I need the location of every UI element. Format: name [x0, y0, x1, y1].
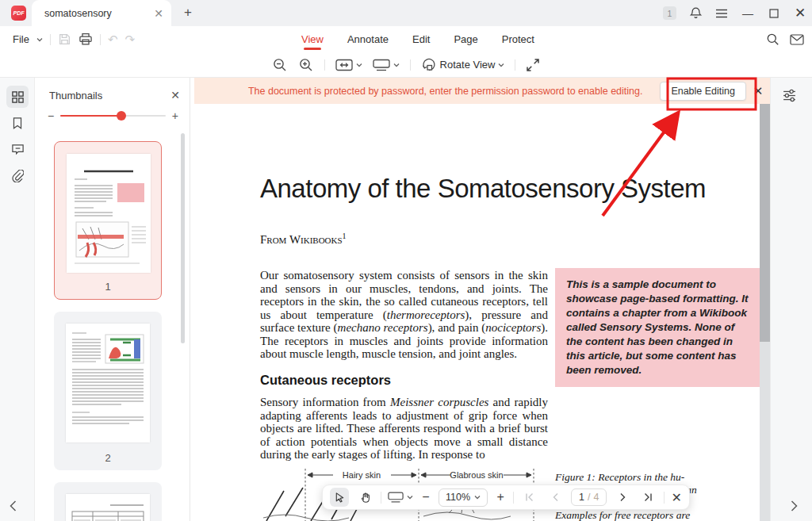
divider — [410, 59, 411, 71]
page-1-thumbnail-preview — [67, 154, 151, 273]
page-2-thumbnail[interactable]: 2 — [54, 312, 162, 470]
toolbar-close-icon[interactable]: ✕ — [671, 490, 681, 505]
document-scrollbar[interactable] — [760, 78, 770, 521]
page-2-number: 2 — [54, 452, 162, 464]
window-maximize-button[interactable] — [767, 6, 781, 21]
password-protection-banner: The document is protected by password, e… — [194, 78, 770, 104]
print-icon[interactable] — [79, 33, 93, 46]
panel-close-icon[interactable]: ✕ — [170, 89, 180, 102]
zoom-out-icon[interactable] — [272, 57, 288, 73]
menu-tab-edit[interactable]: Edit — [411, 27, 431, 52]
page-3-thumbnail-preview — [66, 494, 150, 521]
window-minimize-button[interactable]: — — [741, 6, 755, 21]
redo-icon[interactable]: ↷ — [125, 33, 136, 47]
divider — [100, 34, 101, 45]
byline-footnote-marker: 1 — [343, 232, 347, 240]
file-menu[interactable]: File — [13, 33, 29, 45]
zoom-in-plus-button[interactable]: + — [494, 491, 507, 504]
divider — [324, 59, 325, 71]
panel-scrollbar[interactable] — [181, 133, 185, 343]
byline-text: From Wikibooks — [260, 233, 343, 246]
pdf-app-window: PDF somatosensory ✕ + 1 — ✕ File — [0, 0, 812, 521]
divider — [513, 492, 514, 504]
expand-panel-chevron-right-icon[interactable] — [791, 500, 798, 515]
collapse-sidebar-chevron-left-icon[interactable] — [10, 500, 17, 515]
page-number-input[interactable]: 1 / 4 — [571, 488, 607, 506]
undo-icon[interactable]: ↶ — [108, 33, 118, 47]
page-1-number: 1 — [55, 281, 161, 293]
page-2-thumbnail-preview — [66, 324, 150, 442]
file-menu-chevron-down-icon[interactable] — [36, 37, 43, 42]
zoom-in-icon[interactable] — [298, 57, 314, 73]
enable-editing-button[interactable]: Enable Editing — [660, 82, 746, 101]
rotate-view-label: Rotate View — [440, 59, 496, 71]
menu-tab-view[interactable]: View — [300, 27, 325, 52]
tab-close-icon[interactable]: ✕ — [154, 7, 163, 20]
save-icon[interactable] — [58, 33, 71, 46]
thumbnail-size-slider: − + — [48, 109, 178, 122]
chevron-down-icon — [393, 63, 400, 67]
chevron-down-icon — [474, 495, 481, 500]
rotate-view-dropdown[interactable]: Rotate View — [421, 57, 505, 72]
hand-tool-button[interactable] — [355, 488, 374, 507]
divider — [515, 59, 515, 71]
slider-fill — [60, 115, 121, 117]
figure-label-glabrous-skin: Glabrous skin — [450, 470, 503, 480]
reading-mode-dropdown[interactable] — [373, 59, 400, 71]
bookmarks-panel-icon[interactable] — [6, 112, 29, 134]
zoom-level-dropdown[interactable]: 110% — [439, 488, 488, 507]
zoom-out-minus-button[interactable]: − — [419, 491, 432, 504]
next-page-button[interactable] — [613, 488, 632, 507]
chevron-down-icon — [407, 495, 413, 500]
window-close-button[interactable]: ✕ — [793, 6, 807, 21]
reading-mode-dropdown-small[interactable] — [388, 492, 413, 503]
divider — [50, 34, 51, 45]
slider-minus-button[interactable]: − — [48, 110, 54, 121]
page-1-thumbnail[interactable]: 1 — [54, 141, 162, 300]
main-menu-hamburger-icon[interactable] — [714, 6, 729, 21]
search-icon[interactable] — [766, 33, 779, 46]
paragraph-1: Our somatosensory system consists of sen… — [260, 269, 548, 361]
fullscreen-icon[interactable] — [526, 58, 540, 72]
page-separator: / — [588, 492, 590, 503]
previous-page-button[interactable] — [546, 488, 565, 507]
right-icon-rail — [770, 78, 812, 521]
page-3-thumbnail[interactable] — [54, 482, 162, 521]
document-tab[interactable]: somatosensory ✕ — [32, 0, 171, 26]
tab-title: somatosensory — [44, 8, 154, 19]
last-page-button[interactable] — [638, 488, 657, 507]
slider-handle[interactable] — [117, 111, 126, 121]
left-icon-rail — [0, 78, 35, 521]
menu-tab-page[interactable]: Page — [452, 27, 479, 52]
bell-icon[interactable] — [688, 6, 703, 21]
document-title: Anatomy of the Somatosensory System — [260, 174, 706, 204]
figure-label-hairy-skin: Hairy skin — [343, 470, 381, 480]
app-logo-text: PDF — [13, 10, 25, 16]
figure-caption-line: Examples for free receptors are — [555, 509, 712, 521]
select-tool-button[interactable] — [330, 488, 349, 507]
banner-close-icon[interactable]: ✕ — [746, 84, 770, 98]
menu-tab-annotate[interactable]: Annotate — [346, 27, 390, 52]
title-bar: PDF somatosensory ✕ + 1 — ✕ — [0, 0, 812, 26]
first-page-button[interactable] — [520, 488, 539, 507]
scrollbar-thumb[interactable] — [760, 104, 770, 342]
figure-caption-line: Figure 1: Receptors in the hu- — [555, 471, 712, 484]
paragraph-2: Sensory information from Meissner corpus… — [260, 396, 548, 462]
thumbnails-panel-title: Thumbnails — [49, 90, 170, 102]
display-settings-sliders-icon[interactable] — [782, 89, 797, 105]
comments-panel-icon[interactable] — [6, 138, 29, 160]
fit-width-dropdown[interactable] — [335, 59, 362, 71]
mail-icon[interactable] — [790, 34, 804, 45]
app-logo-pdf-icon[interactable]: PDF — [11, 6, 26, 21]
divider — [381, 492, 381, 504]
new-tab-button[interactable]: + — [179, 4, 197, 21]
byline: From Wikibooks1 — [260, 232, 347, 247]
view-toolbar: Rotate View — [0, 52, 812, 78]
menu-bar: File ↶ ↷ View Annotate Edit Page Protect — [0, 26, 812, 52]
notification-count-badge[interactable]: 1 — [663, 6, 676, 20]
slider-plus-button[interactable]: + — [172, 110, 178, 121]
thumbnails-panel-icon[interactable] — [6, 86, 29, 108]
menu-tab-protect[interactable]: Protect — [500, 27, 536, 52]
slider-track[interactable] — [60, 115, 166, 117]
attachments-panel-icon[interactable] — [6, 165, 29, 187]
